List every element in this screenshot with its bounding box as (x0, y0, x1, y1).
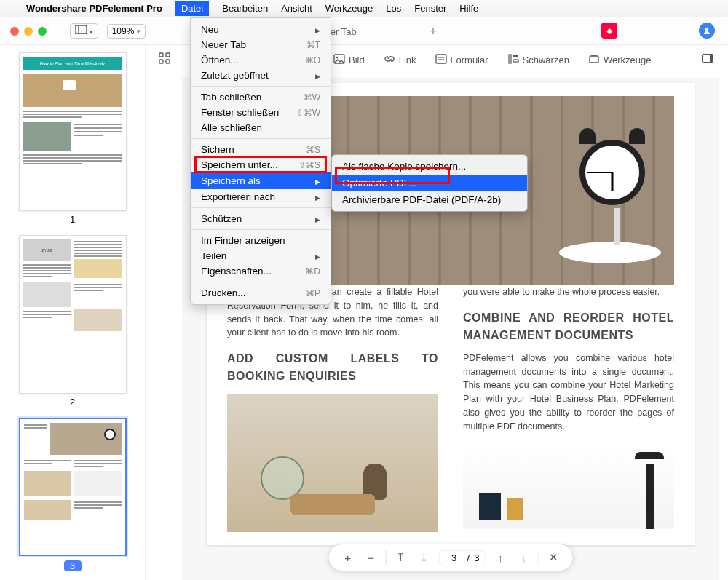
sub-toolbar: Bild Link Formular Schwärzen Werkzeuge (333, 45, 651, 74)
tool-schwaerzen[interactable]: Schwärzen (507, 54, 569, 66)
minimize-window-icon[interactable] (24, 27, 33, 36)
svg-rect-9 (436, 55, 446, 63)
tool-bild[interactable]: Bild (333, 54, 365, 66)
form-icon (435, 54, 447, 66)
menu-item-neuer-tab[interactable]: Neuer Tab⌘T (191, 37, 331, 52)
menu-item-fenster-schlie-en[interactable]: Fenster schließen⇧⌘W (191, 105, 331, 120)
highlight-annotation-2 (335, 167, 450, 184)
svg-rect-6 (166, 60, 170, 63)
zoom-out-button[interactable]: − (363, 549, 380, 566)
left-photo (227, 394, 438, 532)
user-avatar-icon[interactable] (699, 23, 715, 39)
menu-item-im-finder-anzeigen[interactable]: Im Finder anzeigen (191, 233, 331, 248)
right-heading: COMBINE AND REORDER HOTEL MANAGEMENT DOC… (463, 309, 674, 344)
svg-rect-5 (159, 60, 163, 63)
close-window-icon[interactable] (10, 27, 19, 36)
right-paragraph-1: you were able to make the whole process … (463, 285, 674, 299)
zoom-selector[interactable]: 109% ▾ (107, 24, 146, 39)
menu-item-tab-schlie-en[interactable]: Tab schließen⌘W (191, 90, 331, 105)
svg-point-2 (705, 28, 709, 31)
brand-badge-icon[interactable]: ◆ (601, 23, 617, 39)
right-paragraph-2: PDFelement allows you combine various ho… (463, 351, 674, 434)
link-icon (384, 54, 395, 66)
tool-formular[interactable]: Formular (435, 54, 488, 66)
zoom-in-button[interactable]: + (339, 549, 357, 566)
zoom-value: 109% (112, 26, 135, 36)
prev-page-button[interactable]: ↑ (491, 549, 509, 566)
fullscreen-window-icon[interactable] (38, 27, 47, 36)
tab-bar: Neuer Tab + (313, 17, 437, 45)
traffic-lights (10, 27, 47, 36)
thumb-label-3: 3 (64, 560, 82, 571)
thumbnail-sidebar: How to Plan your Time Effectively 1 ZYJE (0, 45, 146, 580)
sidebar-toggle-button[interactable]: ▾ (70, 23, 98, 39)
current-page-input[interactable] (446, 552, 463, 563)
total-pages: 3 (474, 552, 479, 563)
menu-item-sch-tzen[interactable]: Schützen (191, 211, 331, 226)
svg-rect-3 (159, 53, 163, 57)
tools-icon (588, 54, 600, 66)
svg-rect-0 (75, 25, 87, 34)
svg-rect-12 (509, 55, 511, 63)
menu-fenster[interactable]: Fenster (414, 3, 446, 14)
redact-icon (507, 54, 519, 66)
menu-item-eigenschaften-[interactable]: Eigenschaften...⌘D (191, 263, 331, 279)
menu-item-neu[interactable]: Neu (191, 22, 331, 37)
grid-view-icon[interactable] (159, 52, 170, 67)
tool-link[interactable]: Link (384, 54, 416, 66)
menu-item-drucken-[interactable]: Drucken...⌘P (191, 285, 331, 301)
page-thumbnail-3[interactable] (19, 418, 127, 556)
page-thumbnail-2[interactable]: ZYJE (19, 235, 127, 394)
submenu-pdfa[interactable]: Archivierbare PDF-Datei (PDF/A-2b) (332, 191, 527, 208)
menu-hilfe[interactable]: Hilfe (459, 3, 478, 14)
image-icon (333, 54, 345, 66)
last-page-button[interactable]: ⤓ (416, 549, 433, 566)
menu-item-sichern[interactable]: Sichern⌘S (191, 142, 331, 157)
menu-item-speichern-als[interactable]: Speichern als (191, 172, 331, 189)
menu-bearbeiten[interactable]: Bearbeiten (222, 3, 268, 14)
add-tab-icon[interactable]: + (430, 24, 438, 39)
menu-werkzeuge[interactable]: Werkzeuge (325, 3, 373, 14)
close-nav-button[interactable]: ✕ (545, 549, 562, 566)
page-number-field[interactable]: / 3 (439, 550, 486, 565)
next-page-button[interactable]: ↓ (515, 549, 532, 566)
right-photo (463, 442, 674, 529)
svg-point-8 (336, 56, 339, 58)
svg-rect-4 (166, 53, 170, 57)
svg-rect-14 (513, 60, 518, 62)
highlight-annotation-1 (194, 156, 327, 173)
menu-datei[interactable]: Datei (175, 1, 209, 16)
page-navigation-bar: + − ⤒ ⤓ / 3 ↑ ↓ ✕ (328, 544, 574, 571)
left-heading: ADD CUSTOM LABELS TO BOOKING ENQUIRIES (227, 350, 438, 385)
tool-werkzeuge[interactable]: Werkzeuge (588, 54, 652, 66)
menu-item-exportieren-nach[interactable]: Exportieren nach (191, 189, 331, 204)
app-title: Wondershare PDFelement Pro (26, 3, 162, 14)
menu-item--ffnen-[interactable]: Öffnen...⌘O (191, 52, 331, 68)
thumb-label-2: 2 (10, 397, 135, 408)
svg-rect-15 (590, 56, 598, 63)
first-page-button[interactable]: ⤒ (392, 549, 410, 566)
menubar: Wondershare PDFelement Pro Datei Bearbei… (0, 0, 728, 17)
panel-toggle-icon[interactable] (702, 54, 713, 63)
page-thumbnail-1[interactable]: How to Plan your Time Effectively (19, 52, 127, 211)
menu-los[interactable]: Los (386, 3, 401, 14)
menu-item-teilen[interactable]: Teilen (191, 248, 331, 263)
menu-item-zuletzt-ge-ffnet[interactable]: Zuletzt geöffnet (191, 68, 331, 83)
thumb-label-1: 1 (10, 214, 135, 225)
svg-rect-13 (513, 55, 518, 57)
menu-item-alle-schlie-en[interactable]: Alle schließen (191, 120, 331, 135)
menu-ansicht[interactable]: Ansicht (281, 3, 312, 14)
